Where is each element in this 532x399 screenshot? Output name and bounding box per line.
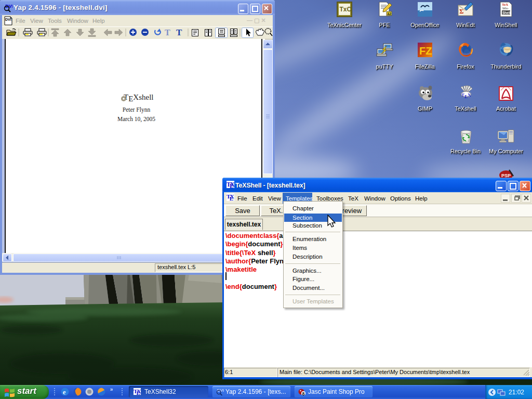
svg-text:X: X <box>230 181 235 188</box>
svg-text:»: » <box>110 387 113 392</box>
svg-text:8: 8 <box>302 391 305 396</box>
svg-text:TxC: TxC <box>340 6 352 13</box>
svg-text:T: T <box>176 28 182 37</box>
svg-text:X: X <box>137 388 141 394</box>
svg-text:e: e <box>63 388 66 396</box>
svg-text:T: T <box>165 28 170 37</box>
svg-text:X: X <box>468 92 471 98</box>
svg-text:TeX: TeX <box>502 3 508 7</box>
svg-text:X: X <box>230 193 235 200</box>
svg-text:Win-: Win- <box>502 7 509 10</box>
svg-text:Σ: Σ <box>459 7 464 15</box>
svg-text:Shell: Shell <box>502 11 511 15</box>
svg-text:FZ: FZ <box>419 45 432 57</box>
svg-text:32: 32 <box>387 12 391 16</box>
svg-text:DVI: DVI <box>5 18 11 21</box>
